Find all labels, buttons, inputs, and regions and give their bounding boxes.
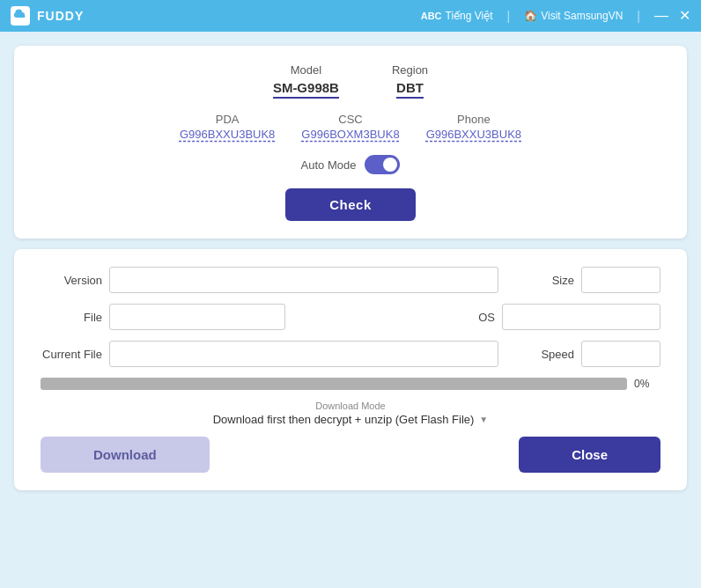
- phone-label: Phone: [457, 113, 491, 126]
- minimize-button[interactable]: —: [654, 9, 668, 23]
- download-button[interactable]: Download: [41, 437, 210, 473]
- pda-value: G996BXXU3BUK8: [180, 128, 275, 141]
- phone-value: G996BXXU3BUK8: [426, 128, 521, 141]
- progress-row: 0%: [41, 378, 660, 390]
- file-section: File: [41, 304, 419, 330]
- file-input[interactable]: [109, 304, 285, 330]
- csc-label: CSC: [338, 113, 362, 126]
- download-mode-value: Download first then decrypt + unzip (Get…: [213, 413, 475, 426]
- close-button[interactable]: ✕: [679, 9, 690, 23]
- firmware-card: Model SM-G998B Region DBT PDA G996BXXU3B…: [14, 46, 687, 239]
- download-mode-select[interactable]: Download first then decrypt + unzip (Get…: [213, 413, 489, 426]
- region-group: Region DBT: [392, 63, 428, 99]
- os-label: OS: [433, 311, 495, 324]
- auto-mode-row: Auto Mode: [301, 155, 401, 174]
- model-label: Model: [291, 63, 321, 77]
- download-mode-label: Download Mode: [315, 401, 386, 411]
- model-region-row: Model SM-G998B Region DBT: [273, 63, 428, 99]
- progress-percentage: 0%: [634, 378, 660, 390]
- csc-value: G996BOXM3BUK8: [301, 128, 399, 141]
- size-input[interactable]: [581, 267, 660, 293]
- size-label: Size: [513, 274, 574, 287]
- language-abc-icon: ABC: [421, 11, 442, 21]
- current-speed-row: Current File Speed: [41, 341, 660, 367]
- speed-label: Speed: [513, 348, 574, 361]
- region-value: DBT: [396, 80, 424, 99]
- download-mode-row: Download Mode Download first then decryp…: [41, 401, 660, 426]
- visit-label: Visit SamsungVN: [541, 10, 623, 22]
- current-file-section: Current File: [41, 341, 498, 367]
- current-file-label: Current File: [41, 348, 102, 361]
- cloud-icon: [13, 9, 27, 23]
- home-icon: 🏠: [524, 10, 537, 22]
- region-label: Region: [392, 63, 428, 77]
- dropdown-arrow-icon: ▼: [479, 415, 488, 424]
- app-logo: [11, 6, 30, 26]
- action-buttons-row: Download Close: [41, 437, 660, 473]
- pda-group: PDA G996BXXU3BUK8: [180, 113, 275, 141]
- file-os-row: File OS: [41, 304, 660, 330]
- progress-bar-container: [41, 378, 627, 390]
- download-card: Version Size File OS Current File: [14, 249, 687, 490]
- version-section: Version: [41, 267, 498, 293]
- language-label: Tiếng Việt: [446, 10, 493, 22]
- os-input[interactable]: [502, 304, 660, 330]
- divider-1: |: [507, 9, 511, 23]
- language-selector[interactable]: ABC Tiếng Việt: [421, 10, 493, 22]
- version-size-row: Version Size: [41, 267, 660, 293]
- version-label: Version: [41, 274, 102, 287]
- title-bar: FUDDY ABC Tiếng Việt | 🏠 Visit SamsungVN…: [0, 0, 701, 32]
- title-bar-right: ABC Tiếng Việt | 🏠 Visit SamsungVN | — ✕: [421, 9, 690, 23]
- pda-label: PDA: [216, 113, 240, 126]
- version-input[interactable]: [109, 267, 498, 293]
- window-controls: — ✕: [654, 9, 690, 23]
- speed-input[interactable]: [581, 341, 660, 367]
- download-mode-group: Download Mode Download first then decryp…: [213, 401, 489, 426]
- phone-group: Phone G996BXXU3BUK8: [426, 113, 521, 141]
- model-value: SM-G998B: [273, 80, 339, 99]
- components-row: PDA G996BXXU3BUK8 CSC G996BOXM3BUK8 Phon…: [180, 113, 521, 141]
- main-content: Model SM-G998B Region DBT PDA G996BXXU3B…: [0, 32, 701, 588]
- divider-2: |: [637, 9, 640, 23]
- auto-mode-toggle[interactable]: [365, 155, 400, 174]
- speed-section: Speed: [513, 341, 660, 367]
- visit-samsung-link[interactable]: 🏠 Visit SamsungVN: [524, 10, 623, 22]
- toggle-knob: [383, 158, 397, 172]
- current-file-input[interactable]: [109, 341, 498, 367]
- check-button[interactable]: Check: [285, 188, 416, 221]
- auto-mode-label: Auto Mode: [301, 158, 357, 172]
- file-label: File: [41, 311, 102, 324]
- os-section: OS: [433, 304, 660, 330]
- size-section: Size: [513, 267, 660, 293]
- close-app-button[interactable]: Close: [519, 437, 660, 473]
- app-title: FUDDY: [37, 9, 84, 23]
- model-group: Model SM-G998B: [273, 63, 339, 99]
- csc-group: CSC G996BOXM3BUK8: [301, 113, 399, 141]
- title-bar-left: FUDDY: [11, 6, 84, 26]
